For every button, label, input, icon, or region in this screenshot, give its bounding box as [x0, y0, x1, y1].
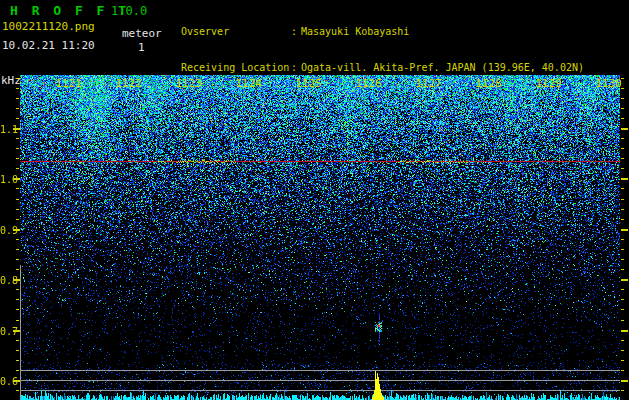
axis-tick: [16, 309, 19, 310]
x-tick-label: 1124: [236, 77, 263, 90]
axis-tick: [16, 320, 19, 321]
axis-tick: [16, 289, 19, 290]
axis-tick: [621, 320, 624, 321]
axis-tick: [16, 118, 19, 119]
axis-tick: [621, 299, 624, 300]
axis-tick: [621, 380, 628, 382]
axis-tick: [621, 390, 624, 391]
axis-tick: [16, 158, 19, 159]
colon: :: [291, 62, 301, 74]
axis-tick: [621, 229, 628, 231]
axis-tick: [621, 168, 624, 169]
axis-tick: [621, 279, 628, 281]
axis-tick: [621, 209, 624, 210]
axis-tick: [16, 390, 19, 391]
observer-row: Ovserver:Masayuki Kobayashi: [181, 26, 584, 38]
x-tick-label: 1123: [176, 77, 203, 90]
axis-tick: [621, 269, 624, 270]
axis-tick: [16, 259, 19, 260]
axis-tick: [16, 168, 19, 169]
khz-axis-label: kHz: [1, 74, 21, 87]
axis-tick: [621, 289, 624, 290]
axis-tick: [16, 299, 19, 300]
axis-tick: [16, 269, 19, 270]
x-tick-label: 1130: [596, 77, 623, 90]
axis-tick: [621, 370, 624, 371]
observer-value: Masayuki Kobayashi: [301, 26, 409, 38]
app-version: 1.0.0: [111, 4, 147, 18]
axis-tick: [16, 370, 19, 371]
y-tick-label: 1.0: [0, 174, 13, 185]
axis-tick: [16, 138, 19, 139]
axis-tick: [621, 178, 628, 180]
axis-tick: [16, 219, 19, 220]
axis-tick: [621, 98, 624, 99]
axis-tick: [16, 199, 19, 200]
x-tick-label: 1126: [356, 77, 383, 90]
x-tick-label: 1121: [56, 77, 83, 90]
mode-label: meteor: [122, 27, 162, 40]
axis-tick: [621, 118, 624, 119]
axis-tick: [16, 249, 19, 250]
axis-tick: [621, 350, 624, 351]
y-tick-label: 0.7: [0, 326, 13, 337]
axis-tick: [16, 239, 19, 240]
colon: :: [291, 26, 301, 38]
axis-tick: [621, 309, 624, 310]
axis-tick: [16, 108, 19, 109]
axis-tick: [16, 350, 19, 351]
observer-label: Ovserver: [181, 26, 291, 38]
axis-tick: [621, 330, 628, 332]
hrofft-screen: H R O F F T 1.0.0 1002211120.png meteor …: [0, 0, 629, 400]
location-row: Receiving Location:Ogata-vill. Akita-Pre…: [181, 62, 584, 74]
axis-tick: [621, 128, 628, 130]
axis-tick: [16, 209, 19, 210]
axis-tick: [621, 239, 624, 240]
axis-tick: [621, 138, 624, 139]
axis-tick: [16, 148, 19, 149]
x-tick-label: 1128: [476, 77, 503, 90]
y-tick-label: 0.8: [0, 275, 13, 286]
x-tick-label: 1122: [116, 77, 143, 90]
axis-tick: [621, 148, 624, 149]
axis-tick: [621, 108, 624, 109]
axis-tick: [621, 199, 624, 200]
spectrogram-canvas: [20, 75, 620, 400]
y-tick-label: 0.9: [0, 225, 13, 236]
datetime-label: 10.02.21 11:20: [2, 39, 95, 52]
axis-tick: [16, 360, 19, 361]
axis-tick: [621, 249, 624, 250]
axis-tick: [16, 88, 19, 89]
axis-tick: [16, 78, 19, 79]
output-filename: 1002211120.png: [2, 20, 95, 33]
y-tick-label: 1.1: [0, 124, 13, 135]
axis-tick: [621, 259, 624, 260]
axis-tick: [621, 188, 624, 189]
location-label: Receiving Location: [181, 62, 291, 74]
x-tick-label: 1125: [296, 77, 323, 90]
axis-tick: [16, 98, 19, 99]
axis-tick: [621, 158, 624, 159]
location-value: Ogata-vill. Akita-Pref. JAPAN (139.96E, …: [301, 62, 584, 74]
meteor-count: 1: [138, 41, 145, 54]
y-tick-label: 0.6: [0, 376, 13, 387]
axis-tick: [621, 360, 624, 361]
axis-tick: [621, 219, 624, 220]
x-tick-label: 1129: [536, 77, 563, 90]
x-tick-label: 1127: [416, 77, 443, 90]
axis-tick: [16, 188, 19, 189]
axis-tick: [16, 340, 19, 341]
axis-tick: [621, 340, 624, 341]
